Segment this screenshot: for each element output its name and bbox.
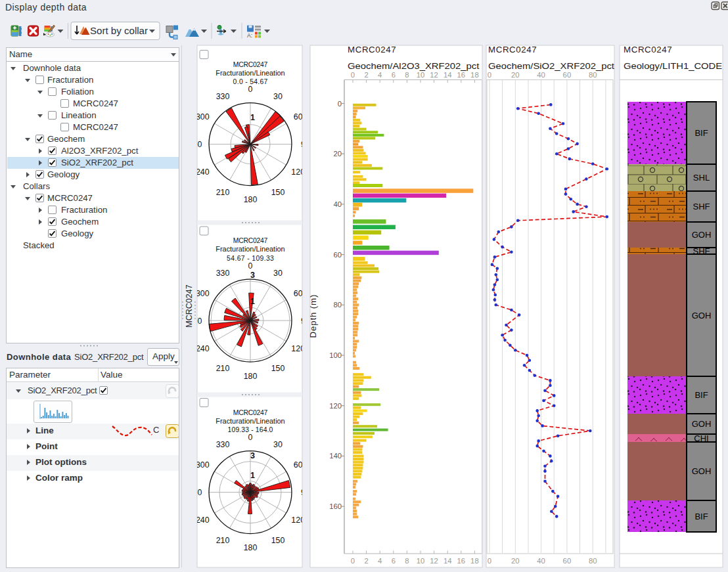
svg-text:2: 2 xyxy=(364,557,368,565)
svg-text:10: 10 xyxy=(417,71,425,79)
svg-text:1: 1 xyxy=(250,471,255,480)
svg-text:300: 300 xyxy=(196,289,210,298)
svg-text:240: 240 xyxy=(196,516,210,525)
svg-text:BIF: BIF xyxy=(694,512,708,521)
svg-text:MCRC0247: MCRC0247 xyxy=(488,45,537,55)
svg-text:4: 4 xyxy=(378,557,382,565)
svg-text:40: 40 xyxy=(537,71,545,79)
svg-text:150: 150 xyxy=(271,364,285,373)
svg-text:100: 100 xyxy=(329,351,342,359)
svg-text:30: 30 xyxy=(273,440,283,449)
svg-text:40: 40 xyxy=(537,557,545,565)
svg-text:MCRC0247: MCRC0247 xyxy=(233,61,268,68)
svg-text:18: 18 xyxy=(470,71,479,79)
svg-text:4: 4 xyxy=(378,71,382,79)
svg-text:0: 0 xyxy=(488,557,491,565)
svg-text:80: 80 xyxy=(589,557,597,565)
svg-text:GOH: GOH xyxy=(692,466,712,476)
svg-text:8: 8 xyxy=(405,557,409,565)
svg-text:Geology/LITH1_CODE: Geology/LITH1_CODE xyxy=(624,61,722,71)
svg-text:60: 60 xyxy=(294,289,303,298)
svg-text:MCRC0247: MCRC0247 xyxy=(348,45,396,55)
svg-text:180: 180 xyxy=(244,195,258,204)
svg-text:0: 0 xyxy=(248,85,253,94)
svg-text:Geochem/SiO2_XRF202_pct: Geochem/SiO2_XRF202_pct xyxy=(488,61,614,71)
svg-text:20: 20 xyxy=(511,71,520,79)
svg-text:0: 0 xyxy=(248,261,253,271)
svg-text:20: 20 xyxy=(333,150,342,158)
svg-text:210: 210 xyxy=(216,188,230,197)
svg-text:16: 16 xyxy=(457,557,466,565)
svg-text:0: 0 xyxy=(248,433,253,442)
svg-text:MCRC0247: MCRC0247 xyxy=(624,45,672,55)
svg-text:Depth (m): Depth (m) xyxy=(308,295,318,338)
svg-text:270: 270 xyxy=(189,488,202,497)
svg-text:330: 330 xyxy=(216,440,230,449)
svg-text:12: 12 xyxy=(430,71,438,79)
svg-text:GOH: GOH xyxy=(692,311,712,320)
svg-text:80: 80 xyxy=(333,301,342,309)
svg-text:150: 150 xyxy=(271,188,285,197)
svg-text:160: 160 xyxy=(329,502,342,510)
svg-text:0: 0 xyxy=(351,71,355,79)
svg-text:MCRC0247: MCRC0247 xyxy=(233,237,268,244)
svg-text:6: 6 xyxy=(392,71,396,79)
svg-text:270: 270 xyxy=(189,317,202,326)
svg-text:1: 1 xyxy=(250,297,255,306)
svg-text:330: 330 xyxy=(216,92,230,101)
svg-text:300: 300 xyxy=(196,112,210,121)
svg-text:14: 14 xyxy=(444,557,452,565)
svg-text:120: 120 xyxy=(291,167,305,177)
svg-text:BIF: BIF xyxy=(694,390,708,400)
svg-text:120: 120 xyxy=(291,344,305,353)
svg-text:60: 60 xyxy=(563,557,572,565)
svg-text:30: 30 xyxy=(273,269,283,278)
svg-text:80: 80 xyxy=(589,71,597,79)
svg-text:BIF: BIF xyxy=(694,128,708,138)
svg-text:MCRC0247: MCRC0247 xyxy=(233,409,268,416)
svg-text:16: 16 xyxy=(457,71,466,79)
svg-text:14: 14 xyxy=(444,71,452,79)
svg-text:120: 120 xyxy=(329,402,342,410)
svg-text:10: 10 xyxy=(417,557,425,565)
svg-text:3: 3 xyxy=(250,451,255,460)
svg-text:GOH: GOH xyxy=(692,419,712,429)
svg-text:18: 18 xyxy=(470,557,479,565)
svg-text:SHL: SHL xyxy=(693,173,710,183)
svg-text:60: 60 xyxy=(294,112,303,121)
svg-text:30: 30 xyxy=(273,92,283,101)
svg-text:0: 0 xyxy=(488,71,491,79)
svg-text:6: 6 xyxy=(392,557,396,565)
svg-text:300: 300 xyxy=(196,460,210,470)
svg-text:40: 40 xyxy=(333,200,342,208)
svg-text:180: 180 xyxy=(244,372,258,381)
svg-text:210: 210 xyxy=(216,536,230,545)
svg-text:Fracturation/Lineation: Fracturation/Lineation xyxy=(216,70,285,77)
svg-text:Fracturation/Lineation: Fracturation/Lineation xyxy=(216,246,285,253)
svg-text:Geochem/Al2O3_XRF202_pct: Geochem/Al2O3_XRF202_pct xyxy=(348,61,480,71)
svg-text:Fracturation/Lineation: Fracturation/Lineation xyxy=(216,418,285,425)
svg-text:60: 60 xyxy=(333,251,342,259)
svg-text:240: 240 xyxy=(196,167,210,177)
svg-text:140: 140 xyxy=(329,452,342,460)
svg-text:8: 8 xyxy=(405,71,409,79)
svg-text:150: 150 xyxy=(271,536,285,545)
svg-text:120: 120 xyxy=(291,516,305,525)
svg-text:GOH: GOH xyxy=(692,230,712,240)
svg-text:2: 2 xyxy=(364,71,368,79)
svg-text:210: 210 xyxy=(216,364,230,373)
svg-text:3: 3 xyxy=(250,271,255,280)
svg-text:12: 12 xyxy=(430,557,438,565)
svg-text:SHF: SHF xyxy=(693,202,710,211)
svg-text:180: 180 xyxy=(244,543,258,552)
svg-text:0: 0 xyxy=(351,557,355,565)
svg-text:60: 60 xyxy=(294,460,303,470)
svg-text:20: 20 xyxy=(511,557,520,565)
svg-text:330: 330 xyxy=(216,269,230,278)
svg-text:60: 60 xyxy=(563,71,572,79)
svg-text:1: 1 xyxy=(250,113,255,122)
svg-text:240: 240 xyxy=(196,344,210,353)
svg-text:270: 270 xyxy=(189,140,202,149)
